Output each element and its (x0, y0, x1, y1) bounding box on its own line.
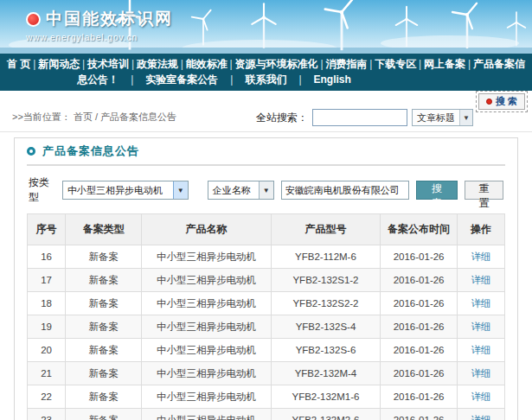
nav-item[interactable]: 消费指南 (325, 57, 367, 72)
col-record-type: 备案类型 (66, 214, 142, 245)
nav-separator: | (33, 58, 35, 70)
breadcrumb-home-link[interactable]: 首页 (74, 111, 93, 122)
red-dot-icon (486, 99, 492, 105)
nav-row-2: 息公告！|实验室备案公告|联系我们|English (0, 72, 532, 87)
record-type: 新备案 (66, 245, 142, 269)
breadcrumb: >>当前位置： 首页 / 产品备案信息公告 (12, 111, 176, 124)
operation-cell: 详细 (457, 245, 504, 269)
product-model: YFB2-132S-6 (271, 339, 381, 362)
product-model: YFB2-132M1-6 (271, 385, 381, 409)
main-card: 产品备案信息公告 按类型 中小型三相异步电动机 ▼ 企业名称 ▼ 搜索 重置 序… (14, 137, 518, 420)
nav-item[interactable]: 首 页 (7, 57, 30, 72)
row-serial: 23 (28, 409, 66, 420)
breadcrumb-bar: >>当前位置： 首页 / 产品备案信息公告 全站搜索： 文章标题 ▼ 搜 索 (0, 91, 532, 132)
product-model: YFB2-112M-6 (271, 245, 381, 269)
publish-date: 2016-01-26 (381, 269, 457, 292)
row-serial: 22 (28, 385, 66, 409)
detail-link[interactable]: 详细 (471, 345, 490, 355)
row-serial: 17 (28, 269, 66, 292)
record-type: 新备案 (66, 315, 142, 339)
record-type: 新备案 (66, 339, 142, 362)
chevron-down-icon: ▼ (259, 181, 273, 199)
nav-item[interactable]: 息公告！ (77, 73, 119, 87)
nav-item[interactable]: 能效标准 (186, 57, 228, 72)
nav-item[interactable]: 下载专区 (375, 57, 416, 72)
nav-item[interactable]: 资源与环境标准化 (235, 57, 318, 72)
nav-row-1: 首 页|新闻动态|技术培训|政策法规|能效标准|资源与环境标准化|消费指南|下载… (0, 56, 532, 72)
filter-type-label: 按类型 (29, 175, 55, 205)
nav-item[interactable]: English (314, 73, 351, 86)
publish-date: 2016-01-26 (381, 315, 457, 339)
nav-item[interactable]: 政策法规 (137, 57, 178, 72)
nav-separator: | (181, 58, 183, 70)
search-field-select[interactable]: 企业名称 ▼ (208, 181, 274, 200)
detail-link[interactable]: 详细 (471, 368, 490, 379)
nav-item[interactable]: 网上备案 (424, 57, 465, 72)
table-row: 19新备案中小型三相异步电动机YFB2-132S-42016-01-26详细 (28, 315, 505, 339)
operation-cell: 详细 (457, 269, 504, 292)
site-title: 中国能效标识网 (46, 8, 173, 30)
col-serial: 序号 (28, 214, 66, 245)
nav-separator: | (298, 73, 301, 86)
nav-item[interactable]: 技术培训 (87, 57, 129, 72)
table-row: 16新备案中小型三相异步电动机YFB2-112M-62016-01-26详细 (28, 245, 505, 269)
nav-item[interactable]: 联系我们 (245, 73, 286, 87)
company-keyword-input[interactable] (281, 181, 409, 200)
record-type: 新备案 (66, 292, 142, 315)
site-logo: 中国能效标识网 www.energylabel.gov.cn (26, 8, 173, 42)
site-search-input[interactable] (312, 109, 407, 126)
article-title-select[interactable]: 文章标题 ▼ (412, 109, 473, 126)
filter-search-button[interactable]: 搜索 (416, 181, 458, 200)
operation-cell: 详细 (457, 339, 504, 362)
product-name: 中小型三相异步电动机 (142, 385, 271, 409)
site-search-button-label: 搜 索 (496, 95, 517, 108)
operation-cell: 详细 (457, 362, 504, 385)
detail-link[interactable]: 详细 (471, 391, 490, 402)
product-name: 中小型三相异步电动机 (142, 269, 271, 292)
record-type: 新备案 (66, 409, 142, 420)
row-serial: 20 (28, 339, 66, 362)
site-search-button[interactable]: 搜 索 (478, 93, 525, 110)
table-row: 17新备案中小型三相异步电动机YFB2-132S1-22016-01-26详细 (28, 269, 505, 292)
detail-link[interactable]: 详细 (471, 275, 490, 285)
record-type-select[interactable]: 中小型三相异步电动机 ▼ (62, 181, 189, 200)
site-url: www.energylabel.gov.cn (26, 33, 173, 42)
breadcrumb-current: 产品备案信息公告 (100, 111, 176, 122)
section-header: 产品备案信息公告 (27, 138, 505, 166)
detail-link[interactable]: 详细 (471, 415, 490, 420)
nav-item[interactable]: 实验室备案公告 (145, 73, 218, 87)
chevron-down-icon: ▼ (459, 110, 472, 125)
col-publish-date: 备案公布时间 (381, 214, 457, 245)
detail-link[interactable]: 详细 (471, 298, 490, 309)
record-type: 新备案 (66, 362, 142, 385)
publish-date: 2016-01-26 (381, 385, 457, 409)
search-field-select-value: 企业名称 (213, 184, 251, 197)
filter-reset-button[interactable]: 重置 (465, 181, 503, 200)
record-type-select-value: 中小型三相异步电动机 (67, 184, 163, 197)
nav-item[interactable]: 产品备案信 (473, 57, 525, 72)
records-body: 16新备案中小型三相异步电动机YFB2-112M-62016-01-26详细17… (28, 245, 505, 420)
record-type: 新备案 (66, 385, 142, 409)
detail-link[interactable]: 详细 (471, 321, 490, 332)
records-table: 序号 备案类型 产品名称 产品型号 备案公布时间 操作 16新备案中小型三相异步… (27, 213, 505, 420)
main-nav: 首 页|新闻动态|技术培训|政策法规|能效标准|资源与环境标准化|消费指南|下载… (0, 54, 532, 91)
detail-link[interactable]: 详细 (471, 251, 490, 262)
breadcrumb-separator: / (95, 111, 98, 122)
product-name: 中小型三相异步电动机 (142, 362, 271, 385)
table-row: 20新备案中小型三相异步电动机YFB2-132S-62016-01-26详细 (28, 339, 505, 362)
row-serial: 18 (28, 292, 66, 315)
ring-icon (27, 147, 35, 156)
col-product-model: 产品型号 (271, 214, 381, 245)
product-model: YFB2-132S1-2 (271, 269, 381, 292)
operation-cell: 详细 (457, 292, 504, 315)
product-name: 中小型三相异步电动机 (142, 292, 271, 315)
product-model: YFB2-132S2-2 (271, 292, 381, 315)
product-name: 中小型三相异步电动机 (142, 409, 271, 420)
col-operation: 操作 (457, 214, 504, 245)
product-name: 中小型三相异步电动机 (142, 315, 271, 339)
table-row: 18新备案中小型三相异步电动机YFB2-132S2-22016-01-26详细 (28, 292, 505, 315)
article-title-select-value: 文章标题 (417, 111, 455, 124)
filter-row: 按类型 中小型三相异步电动机 ▼ 企业名称 ▼ 搜索 重置 (27, 166, 505, 213)
nav-item[interactable]: 新闻动态 (38, 57, 80, 72)
col-product-name: 产品名称 (142, 214, 271, 245)
